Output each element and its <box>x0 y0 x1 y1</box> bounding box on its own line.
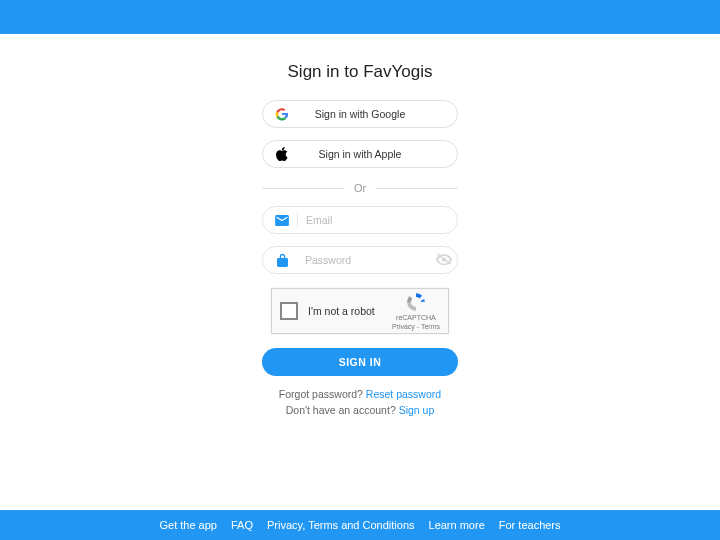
google-signin-button[interactable]: Sign in with Google <box>262 100 458 128</box>
email-icon <box>275 213 289 227</box>
footer-for-teachers[interactable]: For teachers <box>492 519 568 531</box>
forgot-password-label: Forgot password? <box>279 388 366 400</box>
recaptcha-brand-text: reCAPTCHA <box>392 314 440 322</box>
recaptcha-widget: I'm not a robot reCAPTCHA Privacy - Term… <box>271 288 449 334</box>
password-input[interactable] <box>305 254 436 266</box>
recaptcha-terms: Privacy - Terms <box>392 323 440 331</box>
footer-learn-more[interactable]: Learn more <box>422 519 492 531</box>
signup-label: Don't have an account? <box>286 404 399 416</box>
recaptcha-brand: reCAPTCHA Privacy - Terms <box>392 291 440 331</box>
footer-get-app[interactable]: Get the app <box>152 519 224 531</box>
footer-privacy[interactable]: Privacy, Terms and Conditions <box>260 519 422 531</box>
apple-signin-label: Sign in with Apple <box>263 148 457 160</box>
signin-panel: Sign in to FavYogis Sign in with Google … <box>0 34 720 510</box>
email-input[interactable] <box>306 214 445 226</box>
email-field-wrapper <box>262 206 458 234</box>
recaptcha-checkbox[interactable] <box>280 302 298 320</box>
divider-label: Or <box>344 182 376 194</box>
reset-password-link[interactable]: Reset password <box>366 388 441 400</box>
toggle-password-icon[interactable] <box>436 251 452 269</box>
signup-row: Don't have an account? Sign up <box>286 404 435 416</box>
signin-button[interactable]: SIGN IN <box>262 348 458 376</box>
apple-icon <box>275 147 289 161</box>
field-separator <box>297 213 298 227</box>
page-title: Sign in to FavYogis <box>288 62 433 82</box>
footer-faq[interactable]: FAQ <box>224 519 260 531</box>
recaptcha-icon <box>405 291 427 313</box>
google-signin-label: Sign in with Google <box>263 108 457 120</box>
forgot-password-row: Forgot password? Reset password <box>279 388 441 400</box>
lock-icon <box>275 253 289 267</box>
apple-signin-button[interactable]: Sign in with Apple <box>262 140 458 168</box>
password-field-wrapper <box>262 246 458 274</box>
or-divider: Or <box>262 182 458 194</box>
google-icon <box>275 107 289 121</box>
top-banner <box>0 0 720 34</box>
recaptcha-label: I'm not a robot <box>308 305 392 317</box>
signup-link[interactable]: Sign up <box>399 404 435 416</box>
footer-nav: Get the app FAQ Privacy, Terms and Condi… <box>0 510 720 540</box>
